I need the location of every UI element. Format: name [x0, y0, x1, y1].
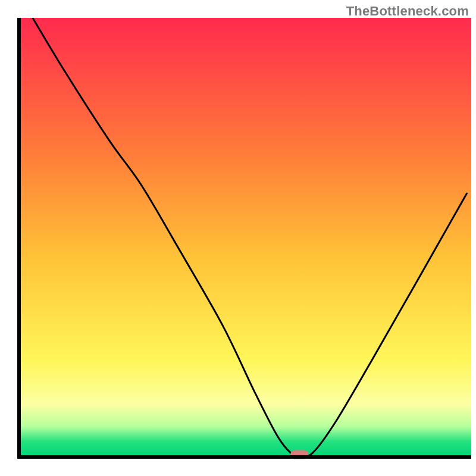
gradient-background — [19, 18, 471, 457]
bottleneck-chart — [0, 0, 476, 476]
watermark-label: TheBottleneck.com — [346, 4, 469, 19]
chart-container: TheBottleneck.com — [0, 0, 476, 476]
plot-area — [19, 18, 471, 459]
